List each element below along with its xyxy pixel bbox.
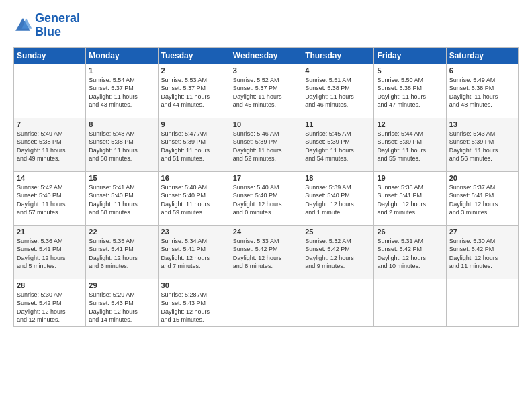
header: General Blue: [13, 12, 519, 39]
weekday-header: Wednesday: [230, 47, 302, 64]
weekday-header: Friday: [374, 47, 446, 64]
day-number: 6: [449, 66, 515, 75]
day-number: 5: [377, 66, 443, 75]
calendar-cell: 9Sunrise: 5:47 AM Sunset: 5:39 PM Daylig…: [158, 118, 230, 171]
cell-info: Sunrise: 5:35 AM Sunset: 5:41 PM Dayligh…: [89, 237, 154, 271]
day-number: 8: [89, 120, 154, 128]
calendar-week-row: 14Sunrise: 5:42 AM Sunset: 5:40 PM Dayli…: [14, 171, 519, 225]
calendar-cell: 8Sunrise: 5:48 AM Sunset: 5:38 PM Daylig…: [86, 118, 158, 171]
cell-info: Sunrise: 5:36 AM Sunset: 5:41 PM Dayligh…: [17, 237, 83, 271]
cell-info: Sunrise: 5:31 AM Sunset: 5:42 PM Dayligh…: [377, 237, 443, 271]
day-number: 27: [449, 228, 515, 236]
day-number: 20: [449, 174, 515, 182]
calendar-week-row: 21Sunrise: 5:36 AM Sunset: 5:41 PM Dayli…: [14, 225, 519, 279]
cell-info: Sunrise: 5:40 AM Sunset: 5:40 PM Dayligh…: [161, 183, 227, 217]
weekday-header: Thursday: [302, 47, 374, 64]
calendar-cell: 26Sunrise: 5:31 AM Sunset: 5:42 PM Dayli…: [374, 225, 446, 279]
calendar-cell: 28Sunrise: 5:30 AM Sunset: 5:42 PM Dayli…: [14, 279, 86, 326]
calendar-week-row: 7Sunrise: 5:49 AM Sunset: 5:38 PM Daylig…: [14, 118, 519, 171]
day-number: 1: [89, 66, 154, 75]
cell-info: Sunrise: 5:52 AM Sunset: 5:37 PM Dayligh…: [233, 76, 299, 109]
day-number: 13: [449, 120, 515, 128]
day-number: 22: [89, 228, 154, 236]
calendar-cell: 30Sunrise: 5:28 AM Sunset: 5:43 PM Dayli…: [158, 279, 230, 326]
cell-info: Sunrise: 5:40 AM Sunset: 5:40 PM Dayligh…: [233, 183, 299, 217]
weekday-header: Sunday: [14, 47, 86, 64]
cell-info: Sunrise: 5:51 AM Sunset: 5:38 PM Dayligh…: [305, 76, 371, 109]
calendar-cell: 24Sunrise: 5:33 AM Sunset: 5:42 PM Dayli…: [230, 225, 302, 279]
calendar-cell: 1Sunrise: 5:54 AM Sunset: 5:37 PM Daylig…: [86, 64, 158, 118]
calendar-week-row: 28Sunrise: 5:30 AM Sunset: 5:42 PM Dayli…: [14, 279, 519, 326]
calendar-cell: [302, 279, 374, 326]
cell-info: Sunrise: 5:49 AM Sunset: 5:38 PM Dayligh…: [449, 76, 515, 109]
cell-info: Sunrise: 5:53 AM Sunset: 5:37 PM Dayligh…: [161, 76, 227, 109]
cell-info: Sunrise: 5:38 AM Sunset: 5:41 PM Dayligh…: [377, 183, 443, 217]
calendar-cell: 12Sunrise: 5:44 AM Sunset: 5:39 PM Dayli…: [374, 118, 446, 171]
day-number: 17: [233, 174, 299, 182]
day-number: 24: [233, 228, 299, 236]
cell-info: Sunrise: 5:29 AM Sunset: 5:43 PM Dayligh…: [89, 291, 154, 324]
calendar-body: 1Sunrise: 5:54 AM Sunset: 5:37 PM Daylig…: [14, 64, 519, 326]
calendar-cell: 18Sunrise: 5:39 AM Sunset: 5:40 PM Dayli…: [302, 171, 374, 225]
cell-info: Sunrise: 5:45 AM Sunset: 5:39 PM Dayligh…: [305, 130, 371, 163]
day-number: 28: [17, 281, 83, 289]
day-number: 18: [305, 174, 371, 182]
cell-info: Sunrise: 5:30 AM Sunset: 5:42 PM Dayligh…: [17, 291, 83, 324]
calendar-cell: [230, 279, 302, 326]
cell-info: Sunrise: 5:30 AM Sunset: 5:42 PM Dayligh…: [449, 237, 515, 271]
calendar-cell: 13Sunrise: 5:43 AM Sunset: 5:39 PM Dayli…: [446, 118, 518, 171]
logo-text: General Blue: [35, 12, 80, 39]
weekday-header: Saturday: [446, 47, 518, 64]
weekday-header: Monday: [86, 47, 158, 64]
cell-info: Sunrise: 5:48 AM Sunset: 5:38 PM Dayligh…: [89, 130, 154, 163]
cell-info: Sunrise: 5:41 AM Sunset: 5:40 PM Dayligh…: [89, 183, 154, 217]
day-number: 14: [17, 174, 83, 182]
cell-info: Sunrise: 5:54 AM Sunset: 5:37 PM Dayligh…: [89, 76, 154, 109]
day-number: 2: [161, 66, 227, 75]
cell-info: Sunrise: 5:32 AM Sunset: 5:42 PM Dayligh…: [305, 237, 371, 271]
day-number: 10: [233, 120, 299, 128]
calendar-cell: 10Sunrise: 5:46 AM Sunset: 5:39 PM Dayli…: [230, 118, 302, 171]
day-number: 25: [305, 228, 371, 236]
calendar-cell: [374, 279, 446, 326]
day-number: 4: [305, 66, 371, 75]
cell-info: Sunrise: 5:43 AM Sunset: 5:39 PM Dayligh…: [449, 130, 515, 163]
page: General Blue SundayMondayTuesdayWednesda…: [0, 0, 532, 411]
calendar-cell: 5Sunrise: 5:50 AM Sunset: 5:38 PM Daylig…: [374, 64, 446, 118]
day-number: 26: [377, 228, 443, 236]
cell-info: Sunrise: 5:33 AM Sunset: 5:42 PM Dayligh…: [233, 237, 299, 271]
cell-info: Sunrise: 5:37 AM Sunset: 5:41 PM Dayligh…: [449, 183, 515, 217]
day-number: 21: [17, 228, 83, 236]
calendar-cell: [446, 279, 518, 326]
calendar-cell: 25Sunrise: 5:32 AM Sunset: 5:42 PM Dayli…: [302, 225, 374, 279]
calendar-cell: 14Sunrise: 5:42 AM Sunset: 5:40 PM Dayli…: [14, 171, 86, 225]
calendar-cell: 17Sunrise: 5:40 AM Sunset: 5:40 PM Dayli…: [230, 171, 302, 225]
day-number: 7: [17, 120, 83, 128]
calendar-cell: 27Sunrise: 5:30 AM Sunset: 5:42 PM Dayli…: [446, 225, 518, 279]
calendar-cell: 3Sunrise: 5:52 AM Sunset: 5:37 PM Daylig…: [230, 64, 302, 118]
calendar-week-row: 1Sunrise: 5:54 AM Sunset: 5:37 PM Daylig…: [14, 64, 519, 118]
weekday-header: Tuesday: [158, 47, 230, 64]
day-number: 16: [161, 174, 227, 182]
calendar-cell: 11Sunrise: 5:45 AM Sunset: 5:39 PM Dayli…: [302, 118, 374, 171]
logo-icon: [13, 16, 32, 35]
calendar-cell: 19Sunrise: 5:38 AM Sunset: 5:41 PM Dayli…: [374, 171, 446, 225]
calendar-cell: 16Sunrise: 5:40 AM Sunset: 5:40 PM Dayli…: [158, 171, 230, 225]
calendar-header: SundayMondayTuesdayWednesdayThursdayFrid…: [14, 47, 519, 64]
day-number: 19: [377, 174, 443, 182]
calendar-cell: 15Sunrise: 5:41 AM Sunset: 5:40 PM Dayli…: [86, 171, 158, 225]
calendar-cell: 2Sunrise: 5:53 AM Sunset: 5:37 PM Daylig…: [158, 64, 230, 118]
calendar-cell: 7Sunrise: 5:49 AM Sunset: 5:38 PM Daylig…: [14, 118, 86, 171]
cell-info: Sunrise: 5:28 AM Sunset: 5:43 PM Dayligh…: [161, 291, 227, 324]
day-number: 3: [233, 66, 299, 75]
logo: General Blue: [13, 12, 80, 39]
day-number: 15: [89, 174, 154, 182]
calendar-table: SundayMondayTuesdayWednesdayThursdayFrid…: [13, 47, 519, 327]
calendar-cell: 4Sunrise: 5:51 AM Sunset: 5:38 PM Daylig…: [302, 64, 374, 118]
cell-info: Sunrise: 5:34 AM Sunset: 5:41 PM Dayligh…: [161, 237, 227, 271]
day-number: 29: [89, 281, 154, 289]
cell-info: Sunrise: 5:42 AM Sunset: 5:40 PM Dayligh…: [17, 183, 83, 217]
calendar-cell: 23Sunrise: 5:34 AM Sunset: 5:41 PM Dayli…: [158, 225, 230, 279]
day-number: 9: [161, 120, 227, 128]
cell-info: Sunrise: 5:46 AM Sunset: 5:39 PM Dayligh…: [233, 130, 299, 163]
